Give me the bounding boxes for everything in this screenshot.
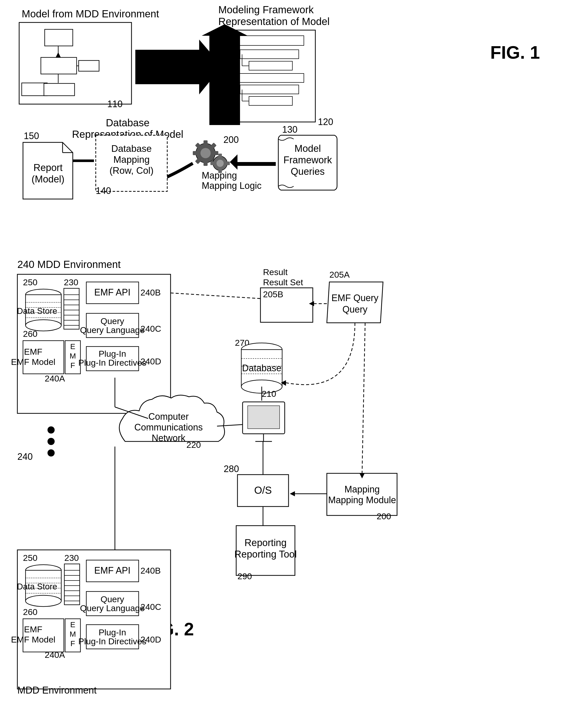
ref-240d-bot: 240D xyxy=(140,635,161,644)
network-label1: Computer xyxy=(148,411,189,422)
plugin-dir-label2-bot: Plug-In Directives xyxy=(78,636,146,646)
mfq-label1: Model xyxy=(294,143,321,154)
emf-api-label-bot: EMF API xyxy=(94,565,130,576)
ref-240a: 240A xyxy=(45,373,65,383)
svg-rect-0 xyxy=(45,29,73,46)
emf-model-label2-top: EMF Model xyxy=(11,357,55,367)
query-lang-label-bot: Query xyxy=(100,594,124,604)
mapping-logic-label2: Mapping Logic xyxy=(202,180,261,191)
data-store-label-bot: Data Store xyxy=(17,582,57,591)
svg-rect-27 xyxy=(204,160,208,166)
svg-point-35 xyxy=(216,160,224,167)
svg-rect-15 xyxy=(249,96,292,105)
ref-260-bot: 260 xyxy=(23,607,38,617)
emf-m-top: M xyxy=(70,352,76,360)
svg-rect-28 xyxy=(193,151,198,155)
ref-290: 290 xyxy=(238,571,252,581)
mdd-env-label-top: 240 MDD Environment xyxy=(17,259,121,270)
svg-rect-4 xyxy=(79,60,99,71)
ref-240b-bot: 240B xyxy=(140,566,161,576)
plugin-dir-label-top: Plug-In xyxy=(98,349,126,359)
computer-screen xyxy=(248,406,280,429)
ref-240c-bot: 240C xyxy=(140,602,161,611)
mfq-label2: Framework xyxy=(283,155,332,165)
ref-240-mid: 240 xyxy=(17,451,33,462)
arrow-mfq-to-gear xyxy=(230,154,276,170)
svg-rect-7 xyxy=(22,83,47,96)
ref-130: 130 xyxy=(282,124,297,135)
dot1 xyxy=(47,426,55,434)
emf-f-top: F xyxy=(71,361,75,369)
data-store-label-top: Data Store xyxy=(17,306,57,316)
query-lang-label2-top: Query Language xyxy=(80,325,145,335)
result-set-box-label2: Result Set xyxy=(263,277,303,287)
db-mapping-label2: Mapping xyxy=(113,154,150,165)
mf-label1: Modeling Framework xyxy=(218,4,314,15)
svg-marker-63 xyxy=(290,491,295,496)
svg-rect-26 xyxy=(204,140,208,146)
ref-140: 140 xyxy=(96,185,111,196)
dashed-arrow-query-db xyxy=(286,323,355,384)
db-mapping-label3: (Row, Col) xyxy=(110,165,154,176)
emf-api-label-top: EMF API xyxy=(94,287,130,298)
mapping-module-label1: Mapping xyxy=(344,484,380,495)
ref-205a: 205A xyxy=(329,270,350,279)
result-set-box-label: Result xyxy=(263,267,288,277)
ref-230-bot: 230 xyxy=(64,553,79,563)
mf-label2: Representation of Model xyxy=(218,16,330,27)
mapping-logic-label1: Mapping xyxy=(202,170,237,181)
svg-rect-11 xyxy=(240,50,299,59)
network-label2: Communications xyxy=(134,422,203,433)
svg-rect-10 xyxy=(230,36,304,45)
plugin-dir-label2-top: Plug-In Directives xyxy=(78,358,146,367)
db-mapping-label1: Database xyxy=(111,143,152,154)
ref-205b: 205B xyxy=(263,289,283,299)
emf-model-label-bot2: EMF Model xyxy=(11,635,55,644)
ref-260: 260 xyxy=(23,329,38,338)
svg-rect-9 xyxy=(44,83,75,96)
emf-model-label-bot1: EMF xyxy=(24,624,42,634)
mfq-label3: Queries xyxy=(291,166,325,177)
ref-200-1: 200 xyxy=(223,134,239,145)
emf-e-top: E xyxy=(70,342,75,351)
ref-230: 230 xyxy=(64,277,78,287)
svg-rect-38 xyxy=(210,162,215,165)
emf-m-bot: M xyxy=(70,630,76,638)
ref-240d: 240D xyxy=(140,357,161,366)
mdd-model-label: Model from MDD Environment xyxy=(22,8,159,19)
svg-rect-39 xyxy=(225,162,230,165)
ref-220: 220 xyxy=(187,440,201,450)
dot2 xyxy=(47,438,55,445)
query-lang-label2-bot: Query Language xyxy=(80,603,145,613)
database-label: Database xyxy=(242,363,281,373)
report-label1: Report xyxy=(34,162,63,173)
ref-150: 150 xyxy=(24,131,39,141)
db-rep-label1: Database xyxy=(106,117,149,128)
svg-rect-29 xyxy=(213,151,218,155)
ref-120: 120 xyxy=(318,117,333,127)
svg-rect-14 xyxy=(240,85,299,94)
ref-240c: 240C xyxy=(140,324,161,333)
emf-query-label1: EMF Query xyxy=(331,293,378,303)
reporting-tool-label1: Reporting xyxy=(245,537,287,548)
big-right-arrow xyxy=(135,40,222,94)
svg-rect-13 xyxy=(230,74,304,82)
ref-280: 280 xyxy=(224,464,239,474)
ref-250-bot: 250 xyxy=(23,553,38,563)
dashed-arrow-query-mapping xyxy=(362,323,365,473)
svg-rect-12 xyxy=(249,61,292,70)
query-lang-label-top: Query xyxy=(100,316,124,326)
emf-f-bot: F xyxy=(71,639,75,648)
svg-point-25 xyxy=(200,148,211,158)
emf-model-label-top: EMF xyxy=(24,347,42,357)
mapping-module-label2: Mapping Module xyxy=(328,495,396,505)
ref-240b: 240B xyxy=(140,287,161,297)
reporting-tool-label2: Reporting Tool xyxy=(234,549,297,559)
plugin-dir-label-bot: Plug-In xyxy=(98,628,126,637)
ref-240a-bot: 240A xyxy=(45,650,65,659)
fig1-label: FIG. 1 xyxy=(490,43,540,62)
mdd-env-label-bot: MDD Environment xyxy=(17,685,97,695)
dot3 xyxy=(47,449,55,456)
ref-250: 250 xyxy=(23,277,38,287)
diagram-container: FIG. 1 Model from MDD Environment 110 Mo… xyxy=(0,0,574,728)
